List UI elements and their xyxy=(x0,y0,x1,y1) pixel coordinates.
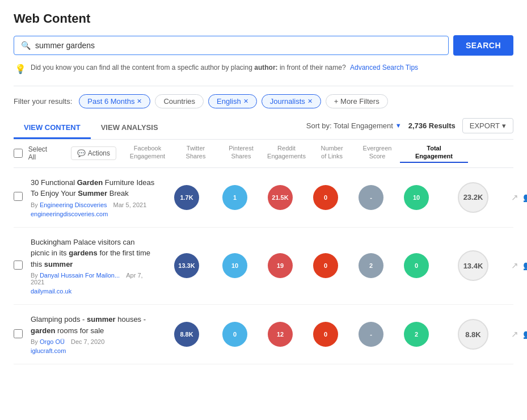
article-meta: By Danyal Hussain For Mailon... Apr 7, 2… xyxy=(31,272,155,285)
tip-bar: 💡 Did you know you can find all the cont… xyxy=(14,64,513,74)
filter-chip-journalists[interactable]: Journalists ✕ xyxy=(262,94,321,108)
filter-label: Filter your results: xyxy=(14,97,72,106)
filter-more-button[interactable]: + More Filters xyxy=(326,94,388,108)
article-info: Buckingham Palace visitors can picnic in… xyxy=(31,237,161,296)
total-cell: 13.4K xyxy=(439,250,507,281)
page-wrapper: Web Content 🔍 SEARCH 💡 Did you know you … xyxy=(0,0,527,420)
export-button[interactable]: EXPORT ▾ xyxy=(462,118,513,133)
search-bar: 🔍 SEARCH xyxy=(14,35,513,56)
total-circle: 23.2K xyxy=(458,182,488,213)
reddit-circle: 0 xyxy=(313,253,338,278)
chip-x-past-months[interactable]: ✕ xyxy=(137,98,142,105)
pinterest-cell: 12 xyxy=(258,322,303,347)
article-checkbox[interactable] xyxy=(14,192,23,201)
facebook-circle: 8.8K xyxy=(174,322,199,347)
search-input-wrapper: 🔍 xyxy=(14,36,449,55)
divider xyxy=(14,86,513,86)
actions-button[interactable]: 💬 Actions xyxy=(71,146,116,160)
export-chevron-icon: ▾ xyxy=(502,121,506,130)
article-author[interactable]: Orgo OÜ xyxy=(40,338,65,345)
results-count: 2,736 Results xyxy=(408,121,456,130)
chip-x-journalists[interactable]: ✕ xyxy=(307,98,313,105)
chip-x-english[interactable]: ✕ xyxy=(243,98,248,105)
content-toolbar: VIEW CONTENT VIEW ANALYSIS Sort by: Tota… xyxy=(14,117,513,140)
article-checkbox[interactable] xyxy=(14,329,23,338)
facebook-cell: 13.3K xyxy=(161,253,212,278)
action-icons: ↗ 👥 🔗 xyxy=(507,192,527,203)
total-cell: 8.8K xyxy=(439,319,507,350)
article-checkbox[interactable] xyxy=(14,261,23,270)
evergreen-cell: 0 xyxy=(394,253,439,278)
select-all-row: Select All 💬 Actions FacebookEngagement … xyxy=(14,140,513,168)
filter-chip-past-months[interactable]: Past 6 Months ✕ xyxy=(79,94,150,108)
links-circle: - xyxy=(359,185,383,210)
pinterest-circle: 21.5K xyxy=(268,185,293,210)
filter-chip-countries[interactable]: Countries xyxy=(155,94,204,108)
article-domain[interactable]: iglucraft.com xyxy=(31,347,66,354)
facebook-circle: 1.7K xyxy=(174,185,199,210)
share-icon[interactable]: ↗ xyxy=(511,192,518,203)
article-row: 30 Functional Garden Furniture Ideas To … xyxy=(14,168,513,228)
twitter-circle: 0 xyxy=(222,322,247,347)
col-header-evergreen: EvergreenScore xyxy=(355,144,400,163)
article-domain[interactable]: engineeringdiscoveries.com xyxy=(31,211,108,217)
select-all-checkbox[interactable] xyxy=(14,149,23,158)
pinterest-circle: 19 xyxy=(268,253,293,278)
col-header-actions xyxy=(468,144,513,163)
sort-dropdown[interactable]: Sort by: Total Engagement ▼ xyxy=(306,121,402,130)
article-info: 30 Functional Garden Furniture Ideas To … xyxy=(31,177,161,218)
share-icon[interactable]: ↗ xyxy=(511,329,518,339)
links-cell: - xyxy=(348,185,394,210)
tab-view-analysis[interactable]: VIEW ANALYSIS xyxy=(91,117,168,139)
pinterest-circle: 12 xyxy=(268,322,293,347)
authors-icon[interactable]: 👥 xyxy=(523,329,528,339)
twitter-cell: 0 xyxy=(212,322,258,347)
pinterest-cell: 21.5K xyxy=(258,185,303,210)
select-all-label: Select All xyxy=(28,145,56,161)
col-header-total: TotalEngagement xyxy=(400,144,468,163)
facebook-circle: 13.3K xyxy=(174,253,199,278)
facebook-cell: 1.7K xyxy=(161,185,212,210)
reddit-cell: 0 xyxy=(303,185,348,210)
evergreen-cell: 10 xyxy=(394,185,439,210)
authors-icon[interactable]: 👥 xyxy=(523,192,528,203)
action-icons: ↗ 👥 🔗 xyxy=(507,329,527,339)
reddit-circle: 0 xyxy=(313,322,338,347)
row-checkbox-wrapper xyxy=(14,261,31,271)
twitter-cell: 1 xyxy=(212,185,258,210)
search-icon: 🔍 xyxy=(21,41,31,50)
twitter-cell: 10 xyxy=(212,253,258,278)
col-header-twitter: TwitterShares xyxy=(173,144,218,163)
row-checkbox-wrapper xyxy=(14,192,31,203)
total-cell: 23.2K xyxy=(439,182,507,213)
article-date: Mar 5, 2021 xyxy=(113,201,147,208)
share-icon[interactable]: ↗ xyxy=(511,261,518,271)
article-domain[interactable]: dailymail.co.uk xyxy=(31,288,71,295)
evergreen-circle: 0 xyxy=(404,253,429,278)
evergreen-circle: 2 xyxy=(404,322,429,347)
search-input[interactable] xyxy=(35,41,441,50)
twitter-circle: 10 xyxy=(222,253,247,278)
total-circle: 8.8K xyxy=(458,319,488,350)
tab-view-content[interactable]: VIEW CONTENT xyxy=(14,117,91,139)
reddit-cell: 0 xyxy=(303,322,348,347)
article-author[interactable]: Danyal Hussain For Mailon... xyxy=(40,272,120,279)
article-title: Buckingham Palace visitors can picnic in… xyxy=(31,237,155,270)
article-title: 30 Functional Garden Furniture Ideas To … xyxy=(31,177,155,199)
article-info: Glamping pods - summer houses - garden r… xyxy=(31,314,161,355)
reddit-cell: 0 xyxy=(303,253,348,278)
article-row: Buckingham Palace visitors can picnic in… xyxy=(14,228,513,305)
article-title: Glamping pods - summer houses - garden r… xyxy=(31,314,155,336)
column-headers: FacebookEngagement TwitterShares Pintere… xyxy=(122,144,513,163)
article-meta: By Orgo OÜ Dec 7, 2020 xyxy=(31,338,155,345)
search-button[interactable]: SEARCH xyxy=(453,35,513,56)
filter-chip-english[interactable]: English ✕ xyxy=(208,94,257,108)
advanced-search-link[interactable]: Advanced Search Tips xyxy=(350,64,418,72)
col-header-pinterest: PinterestShares xyxy=(218,144,264,163)
article-author[interactable]: Engineering Discoveries xyxy=(40,201,107,208)
tip-icon: 💡 xyxy=(15,64,26,74)
article-row: Glamping pods - summer houses - garden r… xyxy=(14,305,513,364)
toolbar-right: Sort by: Total Engagement ▼ 2,736 Result… xyxy=(306,118,513,139)
articles-container: 30 Functional Garden Furniture Ideas To … xyxy=(14,168,513,365)
authors-icon[interactable]: 👥 xyxy=(523,261,528,271)
